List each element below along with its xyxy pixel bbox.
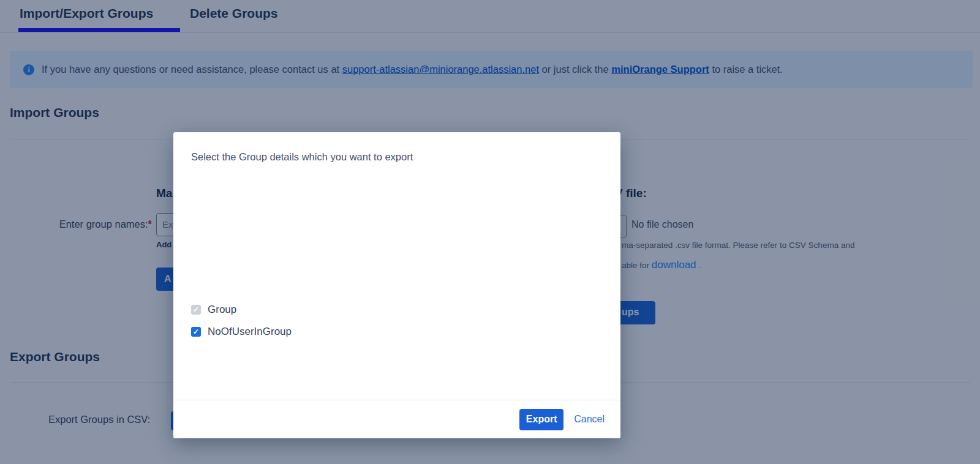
modal-footer: Export Cancel (173, 400, 620, 438)
option-row-noofuseringroup[interactable]: ✓ NoOfUserInGroup (191, 326, 292, 338)
noofuseringroup-checkbox-icon[interactable]: ✓ (191, 327, 201, 337)
modal-title: Select the Group details which you want … (191, 151, 413, 163)
option-row-group[interactable]: ✓ Group (191, 304, 236, 316)
noofuseringroup-option-label: NoOfUserInGroup (208, 326, 292, 338)
import-export-groups-page: Import/Export Groups Delete Groups i If … (0, 0, 980, 464)
cancel-button[interactable]: Cancel (574, 414, 605, 425)
group-checkbox-icon: ✓ (191, 305, 201, 315)
export-button[interactable]: Export (519, 409, 564, 430)
export-options-modal: Select the Group details which you want … (173, 132, 620, 438)
group-option-label: Group (208, 304, 236, 316)
